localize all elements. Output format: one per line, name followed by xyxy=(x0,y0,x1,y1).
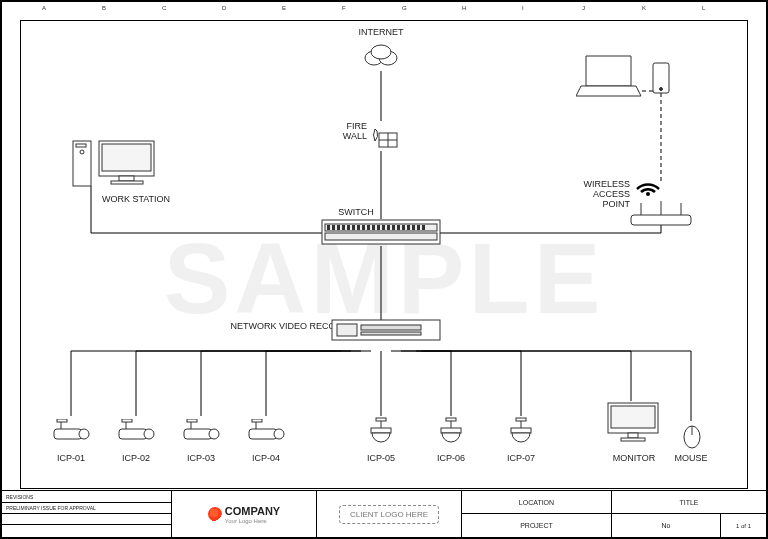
firewall-icon xyxy=(369,123,399,153)
svg-rect-47 xyxy=(337,324,357,336)
title-block: REVISIONS PRELIMINARY ISSUE FOR APPROVAL… xyxy=(2,490,766,537)
svg-point-51 xyxy=(79,429,89,439)
svg-rect-66 xyxy=(376,418,386,421)
svg-rect-61 xyxy=(187,419,197,422)
revisions-header: REVISIONS xyxy=(2,491,171,503)
svg-rect-36 xyxy=(102,144,151,171)
camera-label: ICP-01 xyxy=(51,453,91,463)
dome-camera-icon xyxy=(366,416,396,455)
firewall-label: FIRE WALL xyxy=(331,121,367,141)
bullet-camera-icon xyxy=(49,419,94,453)
drawing-no-label: No xyxy=(612,514,721,537)
svg-rect-32 xyxy=(73,141,91,186)
phone-icon xyxy=(651,61,671,100)
svg-point-59 xyxy=(209,429,219,439)
bullet-camera-icon xyxy=(244,419,289,453)
svg-rect-53 xyxy=(57,419,67,422)
svg-point-41 xyxy=(646,192,650,196)
switch-icon xyxy=(321,219,441,249)
svg-rect-29 xyxy=(412,225,415,230)
svg-rect-13 xyxy=(332,225,335,230)
svg-rect-18 xyxy=(357,225,360,230)
svg-rect-19 xyxy=(362,225,365,230)
camera-label: ICP-07 xyxy=(501,453,541,463)
svg-rect-15 xyxy=(342,225,345,230)
svg-point-63 xyxy=(274,429,284,439)
nvr-icon xyxy=(331,319,441,345)
dome-camera-icon xyxy=(436,416,466,455)
grid-col: A xyxy=(42,5,46,11)
svg-rect-50 xyxy=(54,429,82,439)
svg-rect-68 xyxy=(371,428,391,433)
grid-col: J xyxy=(582,5,585,11)
svg-rect-12 xyxy=(327,225,330,230)
grid-col: C xyxy=(162,5,166,11)
dome-camera-icon xyxy=(506,416,536,455)
workstation-label: WORK STATION xyxy=(91,194,181,204)
svg-rect-33 xyxy=(76,144,86,147)
svg-rect-14 xyxy=(337,225,340,230)
svg-rect-26 xyxy=(397,225,400,230)
monitor-label: MONITOR xyxy=(609,453,659,463)
svg-rect-30 xyxy=(417,225,420,230)
bullet-camera-icon xyxy=(179,419,224,453)
grid-col: L xyxy=(702,5,705,11)
mouse-label: MOUSE xyxy=(671,453,711,463)
camera-label: ICP-06 xyxy=(431,453,471,463)
wifi-icon xyxy=(633,171,663,200)
svg-rect-23 xyxy=(382,225,385,230)
title-label: TITLE xyxy=(612,491,766,514)
svg-rect-78 xyxy=(621,438,645,441)
internet-cloud-icon xyxy=(361,41,401,73)
workstation-icon xyxy=(71,136,161,195)
grid-col: B xyxy=(102,5,106,11)
svg-rect-21 xyxy=(372,225,375,230)
svg-rect-20 xyxy=(367,225,370,230)
camera-label: ICP-05 xyxy=(361,453,401,463)
grid-col: K xyxy=(642,5,646,11)
grid-col: D xyxy=(222,5,226,11)
revision-row: PRELIMINARY ISSUE FOR APPROVAL xyxy=(2,503,171,514)
svg-rect-72 xyxy=(516,418,526,421)
grid-col: H xyxy=(462,5,466,11)
camera-label: ICP-04 xyxy=(246,453,286,463)
project-label: PROJECT xyxy=(462,514,611,537)
drawing-area: SAMPLE xyxy=(20,20,748,489)
sheet-number: 1 of 1 xyxy=(721,514,766,537)
svg-rect-31 xyxy=(422,225,425,230)
svg-point-40 xyxy=(660,88,663,91)
bullet-camera-icon xyxy=(114,419,159,453)
grid-col: F xyxy=(342,5,346,11)
svg-rect-16 xyxy=(347,225,350,230)
company-tagline: Your Logo Here xyxy=(225,518,267,524)
router-icon xyxy=(626,201,696,235)
svg-rect-65 xyxy=(252,419,262,422)
svg-rect-54 xyxy=(119,429,147,439)
client-logo-placeholder: CLIENT LOGO HERE xyxy=(339,505,439,524)
svg-rect-17 xyxy=(352,225,355,230)
svg-point-55 xyxy=(144,429,154,439)
svg-rect-38 xyxy=(111,181,143,184)
svg-rect-69 xyxy=(446,418,456,421)
svg-rect-37 xyxy=(119,176,134,181)
switch-label: SWITCH xyxy=(331,207,381,217)
svg-rect-76 xyxy=(611,406,655,428)
svg-rect-11 xyxy=(325,233,437,240)
svg-point-5 xyxy=(371,45,391,59)
svg-rect-71 xyxy=(441,428,461,433)
laptop-icon xyxy=(576,51,646,105)
svg-rect-22 xyxy=(377,225,380,230)
location-label: LOCATION xyxy=(462,491,611,514)
company-logo-icon xyxy=(205,504,225,524)
internet-label: INTERNET xyxy=(356,27,406,37)
svg-rect-57 xyxy=(122,419,132,422)
camera-label: ICP-02 xyxy=(116,453,156,463)
camera-label: ICP-03 xyxy=(181,453,221,463)
svg-rect-28 xyxy=(407,225,410,230)
svg-rect-49 xyxy=(361,332,421,335)
svg-rect-48 xyxy=(361,325,421,330)
grid-col: G xyxy=(402,5,407,11)
drawing-sheet: A B C D E F G H I J K L SAMPLE xyxy=(0,0,768,539)
svg-rect-45 xyxy=(631,215,691,225)
grid-col: E xyxy=(282,5,286,11)
